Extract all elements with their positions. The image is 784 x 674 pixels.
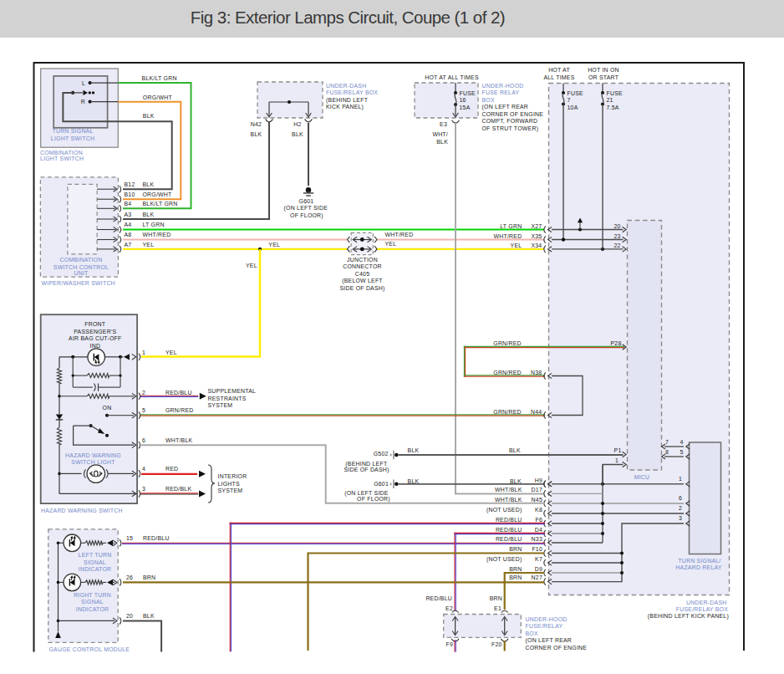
svg-text:BLK: BLK <box>408 478 420 484</box>
svg-text:INDICATOR: INDICATOR <box>79 566 112 572</box>
svg-text:SIGNAL: SIGNAL <box>81 599 104 605</box>
svg-text:4: 4 <box>142 466 145 472</box>
svg-text:FUSE RELAY: FUSE RELAY <box>482 89 520 95</box>
svg-text:ORG/WHT: ORG/WHT <box>143 94 173 100</box>
svg-text:HAZARD WARNING SWITCH: HAZARD WARNING SWITCH <box>41 508 123 513</box>
svg-text:3: 3 <box>679 515 682 521</box>
svg-text:(ON LEFT REAR: (ON LEFT REAR <box>526 637 573 644</box>
svg-text:BRN: BRN <box>509 546 522 552</box>
svg-text:HAZARD WARNING: HAZARD WARNING <box>65 452 121 458</box>
svg-text:BLK: BLK <box>143 181 155 187</box>
svg-text:20: 20 <box>613 223 620 229</box>
svg-text:7: 7 <box>568 97 571 103</box>
svg-text:YEL: YEL <box>385 241 397 247</box>
svg-text:COMBINATION: COMBINATION <box>40 150 83 156</box>
svg-text:2: 2 <box>679 505 682 511</box>
svg-text:RED/BLK: RED/BLK <box>165 486 191 492</box>
svg-text:RESTRAINTS: RESTRAINTS <box>208 396 247 401</box>
svg-text:HOT AT ALL TIMES: HOT AT ALL TIMES <box>425 74 479 80</box>
svg-text:HAZARD RELAY: HAZARD RELAY <box>675 564 721 570</box>
svg-text:YEL: YEL <box>511 243 522 248</box>
svg-text:COMBINATION: COMBINATION <box>60 257 103 263</box>
svg-text:BLK: BLK <box>292 131 303 137</box>
svg-text:UNDER-DASH: UNDER-DASH <box>686 600 726 605</box>
svg-text:KICK PANEL): KICK PANEL) <box>326 104 364 110</box>
svg-text:(ON LEFT SIDE: (ON LEFT SIDE <box>284 205 328 212</box>
svg-text:FUSE: FUSE <box>460 90 476 96</box>
svg-text:A8: A8 <box>125 232 132 237</box>
svg-text:N27: N27 <box>532 574 542 580</box>
svg-text:RED/BLU: RED/BLU <box>496 527 522 533</box>
svg-text:FUSE/RELAY BOX: FUSE/RELAY BOX <box>676 606 728 612</box>
svg-text:SYSTEM: SYSTEM <box>208 402 233 408</box>
svg-text:YEL: YEL <box>165 350 177 355</box>
svg-text:UNDER-HOOD: UNDER-HOOD <box>526 616 568 622</box>
svg-text:ALL TIMES: ALL TIMES <box>543 74 574 80</box>
svg-text:BLK/LT GRN: BLK/LT GRN <box>142 75 177 81</box>
svg-text:BOX: BOX <box>482 97 495 103</box>
svg-text:(BELOW LEFT: (BELOW LEFT <box>342 278 383 284</box>
svg-text:B10: B10 <box>125 191 135 197</box>
svg-text:(ON LEFT REAR: (ON LEFT REAR <box>482 104 529 110</box>
svg-text:D4: D4 <box>535 527 542 533</box>
svg-text:4: 4 <box>680 439 683 445</box>
svg-text:6: 6 <box>142 437 145 443</box>
svg-text:CORNER OF ENGINE: CORNER OF ENGINE <box>526 645 588 651</box>
svg-text:F9: F9 <box>445 641 453 647</box>
svg-text:RED/BLU: RED/BLU <box>425 595 452 601</box>
svg-text:YEL: YEL <box>268 242 280 248</box>
svg-text:RED/BLU: RED/BLU <box>165 390 192 396</box>
svg-text:G502: G502 <box>374 451 389 457</box>
svg-text:FUSE/RELAY BOX: FUSE/RELAY BOX <box>326 89 378 95</box>
svg-text:X34: X34 <box>531 243 542 248</box>
svg-text:WIPER/WASHER SWITCH: WIPER/WASHER SWITCH <box>42 280 115 286</box>
svg-text:HOT AT: HOT AT <box>548 67 570 73</box>
svg-text:TURN SIGNAL: TURN SIGNAL <box>52 128 93 134</box>
svg-text:BLK: BLK <box>143 212 155 217</box>
svg-text:CONNECTOR: CONNECTOR <box>343 263 382 269</box>
svg-text:Fig 3: Exterior Lamps Circuit,: Fig 3: Exterior Lamps Circuit, Coupe (1 … <box>191 8 505 27</box>
svg-text:16: 16 <box>460 97 466 103</box>
svg-text:5: 5 <box>680 449 683 455</box>
svg-text:BLK: BLK <box>143 613 155 619</box>
svg-text:7: 7 <box>665 439 669 445</box>
svg-text:BRN: BRN <box>509 574 522 580</box>
svg-text:E3: E3 <box>440 121 447 127</box>
svg-text:H2: H2 <box>293 121 301 127</box>
svg-text:MICU: MICU <box>634 474 650 480</box>
svg-text:JUNCTION: JUNCTION <box>347 257 378 263</box>
svg-text:LIGHTS: LIGHTS <box>218 481 241 487</box>
svg-text:G601: G601 <box>299 198 314 204</box>
svg-text:(NOT USED): (NOT USED) <box>486 556 522 563</box>
svg-text:A4: A4 <box>125 222 132 227</box>
svg-text:FRONT: FRONT <box>84 321 106 327</box>
svg-text:SUPPLEMENTAL: SUPPLEMENTAL <box>208 388 257 394</box>
svg-text:GRN/RED: GRN/RED <box>493 340 522 346</box>
svg-text:GRN/RED: GRN/RED <box>165 407 194 413</box>
svg-text:UNDER-DASH: UNDER-DASH <box>326 83 366 89</box>
svg-text:K7: K7 <box>535 556 542 562</box>
svg-text:26: 26 <box>126 574 133 580</box>
svg-text:1: 1 <box>679 476 682 482</box>
svg-text:LIGHT SWITCH: LIGHT SWITCH <box>51 135 94 141</box>
svg-text:N38: N38 <box>531 370 542 375</box>
svg-text:SYSTEM: SYSTEM <box>218 488 243 493</box>
svg-text:BLK: BLK <box>436 139 448 145</box>
svg-text:CORNER OF ENGINE: CORNER OF ENGINE <box>482 111 544 117</box>
svg-text:YEL: YEL <box>143 242 155 248</box>
svg-text:SIDE OF DASH): SIDE OF DASH) <box>344 467 389 473</box>
svg-text:LEFT TURN: LEFT TURN <box>79 552 112 558</box>
svg-text:15A: 15A <box>460 105 471 110</box>
svg-text:SWITCH LIGHT: SWITCH LIGHT <box>71 459 115 465</box>
svg-text:G601: G601 <box>374 481 389 487</box>
svg-text:(BEHIND LEFT KICK PANEL): (BEHIND LEFT KICK PANEL) <box>648 613 729 620</box>
svg-text:RIGHT TURN: RIGHT TURN <box>74 592 111 598</box>
svg-text:FUSE/RELAY: FUSE/RELAY <box>526 623 563 629</box>
svg-text:FUSE: FUSE <box>568 90 584 96</box>
svg-text:BRN: BRN <box>509 566 522 572</box>
svg-text:BRN: BRN <box>143 574 155 580</box>
svg-text:N44: N44 <box>531 409 542 415</box>
svg-text:WHT/: WHT/ <box>432 131 448 137</box>
svg-text:OF STRUT TOWER): OF STRUT TOWER) <box>482 125 539 132</box>
svg-text:BLK: BLK <box>510 478 522 484</box>
